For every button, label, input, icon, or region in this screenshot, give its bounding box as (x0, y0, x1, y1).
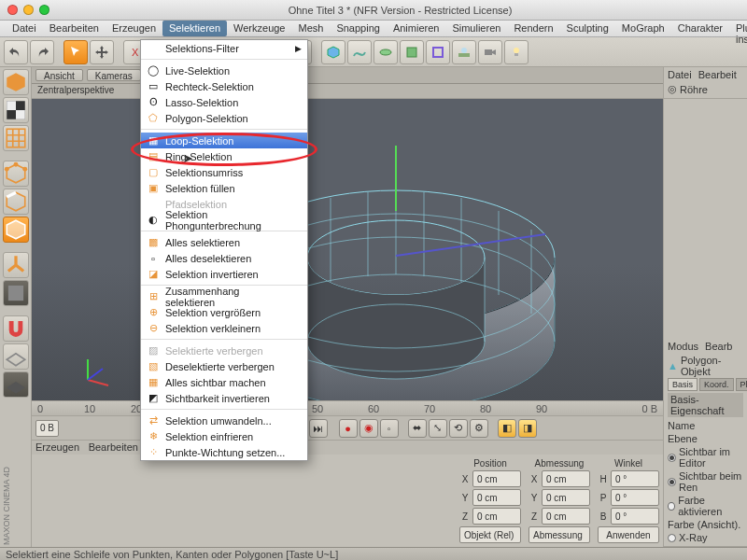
menu-punkte-wichtung[interactable]: ⁘Punkte-Wichtung setzen... (141, 444, 307, 460)
menu-alles-sichtbar[interactable]: ▦Alles sichtbar machen (141, 374, 307, 390)
menu-alles-selektieren[interactable]: ▩Alles selektieren (141, 234, 307, 250)
tab-koord[interactable]: Koord. (699, 378, 734, 391)
pos-z-field[interactable]: 0 cm (472, 508, 521, 525)
menu-selektionsumriss[interactable]: ▢Selektionsumriss (141, 164, 307, 180)
tab-erzeugen[interactable]: Erzeugen (35, 441, 79, 454)
menu-sculpting[interactable]: Sculpting (560, 21, 615, 36)
dim-mode-select[interactable]: Abmessung (529, 526, 590, 543)
dim-y-field[interactable]: 0 cm (542, 489, 590, 506)
add-deformer-button[interactable] (426, 40, 450, 64)
edge-mode-button[interactable] (3, 189, 29, 215)
key-selection-button[interactable]: ◦ (380, 419, 399, 438)
menu-alles-deselektieren[interactable]: ▫Alles deselektieren (141, 250, 307, 266)
viewport[interactable] (32, 99, 663, 400)
add-nurbs-button[interactable] (374, 40, 398, 64)
apply-button[interactable]: Anwenden (598, 526, 659, 543)
menu-werkzeuge[interactable]: Werkzeuge (227, 21, 291, 36)
record-button[interactable]: ● (339, 419, 358, 438)
workplane-button[interactable] (3, 343, 29, 370)
minimize-window-icon[interactable] (23, 5, 34, 15)
menu-live-selektion[interactable]: ◯Live-Selektion (141, 63, 307, 78)
move-tool-button[interactable] (90, 40, 114, 64)
key-point-button[interactable]: ◨ (518, 419, 537, 438)
menu-selektion-invertieren[interactable]: ◪Selektion invertieren (141, 266, 307, 282)
autokey-button[interactable]: ◉ (359, 419, 378, 438)
key-pos-button[interactable]: ⬌ (408, 419, 427, 438)
menu-lasso-selektion[interactable]: ʘLasso-Selektion (141, 94, 307, 110)
tab-ansicht[interactable]: Ansicht (35, 69, 83, 81)
radio-color[interactable] (668, 502, 675, 511)
tab-kameras[interactable]: Kameras (87, 69, 141, 81)
menu-animieren[interactable]: Animieren (387, 21, 446, 36)
add-environment-button[interactable] (452, 40, 476, 64)
menu-charakter[interactable]: Charakter (671, 21, 729, 36)
menu-verkleinern[interactable]: ⊖Selektion verkleinern (141, 320, 307, 336)
point-mode-button[interactable] (3, 161, 29, 187)
menu-erzeugen[interactable]: Erzeugen (106, 21, 162, 36)
menu-rendern[interactable]: Rendern (507, 21, 559, 36)
locked-workplane-button[interactable] (3, 371, 29, 398)
object-name[interactable]: Röhre (680, 84, 708, 95)
timeline-ruler[interactable]: 0 10 20 50 60 70 80 90 0 B (32, 400, 663, 415)
menu-selektion-einfrieren[interactable]: ❄Selektion einfrieren (141, 428, 307, 444)
menu-zusammenhang[interactable]: ⊞Zusammenhang selektieren (141, 288, 307, 304)
radio-editor[interactable] (668, 454, 676, 462)
tab-bearb[interactable]: Bearb (705, 341, 732, 352)
add-light-button[interactable] (504, 40, 529, 64)
menu-vergroessern[interactable]: ⊕Selektion vergrößern (141, 304, 307, 320)
dim-z-field[interactable]: 0 cm (542, 508, 590, 525)
menu-selektions-filter[interactable]: Selektions-Filter▶ (141, 40, 307, 56)
rot-h-field[interactable]: 0 ° (611, 470, 659, 487)
menu-ring-selektion[interactable]: ▤Ring-Selektion (141, 148, 307, 164)
undo-button[interactable] (4, 40, 28, 64)
polygon-mode-button[interactable] (3, 217, 29, 243)
menu-mesh[interactable]: Mesh (291, 21, 330, 36)
menu-mograph[interactable]: MoGraph (615, 21, 671, 36)
zoom-window-icon[interactable] (39, 5, 49, 15)
select-tool-button[interactable] (63, 40, 88, 64)
time-from-field[interactable]: 0 B (35, 420, 59, 437)
menu-deselektierte-verbergen[interactable]: ▧Deselektierte verbergen (141, 358, 307, 374)
menu-datei[interactable]: Datei (6, 21, 43, 36)
add-cube-button[interactable] (321, 40, 345, 64)
radio-xray[interactable] (668, 534, 676, 542)
menu-selektieren[interactable]: Selektieren (162, 21, 227, 36)
menu-phong-break[interactable]: ◐Selektion Phongunterbrechung (141, 212, 307, 228)
add-generator-button[interactable] (400, 40, 424, 64)
axis-mode-button[interactable] (3, 252, 29, 278)
menu-polygon-selektion[interactable]: ⬠Polygon-Selektion (141, 110, 307, 126)
rot-p-field[interactable]: 0 ° (611, 489, 659, 506)
model-mode-button[interactable] (3, 69, 29, 95)
menu-simulieren[interactable]: Simulieren (445, 21, 507, 36)
coord-mode-select[interactable]: Objekt (Rel) (459, 526, 521, 543)
pos-x-field[interactable]: 0 cm (472, 470, 521, 487)
tab-phong[interactable]: Pha (736, 378, 747, 391)
texture-mode-button[interactable] (3, 97, 29, 123)
tab-basis[interactable]: Basis (668, 378, 698, 391)
rot-b-field[interactable]: 0 ° (611, 508, 659, 525)
redo-button[interactable] (30, 40, 54, 64)
tab-datei[interactable]: Datei (668, 69, 692, 80)
key-param-button[interactable]: ⚙ (470, 419, 488, 438)
menu-plugins[interactable]: Plug-ins (729, 21, 747, 36)
pos-y-field[interactable]: 0 cm (472, 489, 521, 506)
menu-sichtbarkeit-invertieren[interactable]: ◩Sichtbarkeit invertieren (141, 390, 307, 406)
menu-selektion-fuellen[interactable]: ▣Selektion füllen (141, 180, 307, 196)
viewport-solo-button[interactable] (3, 280, 29, 306)
radio-render[interactable] (668, 478, 676, 486)
dim-x-field[interactable]: 0 cm (542, 470, 590, 487)
add-camera-button[interactable] (478, 40, 502, 64)
uv-mode-button[interactable] (3, 125, 29, 151)
add-spline-button[interactable] (347, 40, 372, 64)
key-pla-button[interactable]: ◧ (498, 419, 516, 438)
tab-modus[interactable]: Modus (668, 341, 698, 352)
close-window-icon[interactable] (7, 5, 18, 15)
key-scale-button[interactable]: ⤡ (429, 419, 447, 438)
tab-bearbeit[interactable]: Bearbeit (698, 69, 737, 80)
key-rot-button[interactable]: ⟲ (449, 419, 468, 438)
tab-bearbeiten[interactable]: Bearbeiten (89, 441, 138, 454)
menu-rechteck-selektion[interactable]: ▭Rechteck-Selektion (141, 78, 307, 94)
snap-button[interactable] (3, 315, 29, 342)
menu-loop-selektion[interactable]: ▦Loop-Selektion (141, 133, 307, 148)
menu-selektion-umwandeln[interactable]: ⇄Selektion umwandeln... (141, 413, 307, 428)
